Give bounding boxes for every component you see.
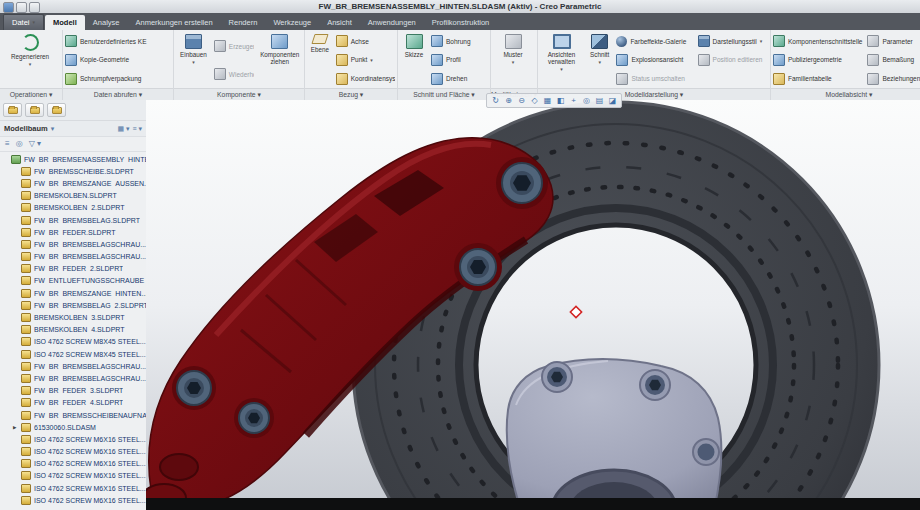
caliper-bolt[interactable] — [496, 157, 548, 209]
expand-arrow-icon[interactable]: ▶ — [13, 425, 18, 430]
group-label-operationen[interactable]: Operationen ▾ — [0, 88, 62, 100]
toggle-status-button[interactable]: Status umschalten — [616, 71, 694, 86]
brake-assembly-3d-model[interactable] — [146, 100, 920, 510]
tree-item[interactable]: ▶ FW_BR_BREMSBELAGSCHRAU... — [0, 251, 146, 263]
ribbon-tab[interactable]: Ansicht — [319, 15, 360, 30]
caliper-bolt[interactable] — [454, 243, 502, 291]
hub-bolt[interactable] — [542, 362, 572, 392]
graphics-toolbar-icon[interactable]: + — [568, 95, 579, 106]
graphics-toolbar-icon[interactable]: ↻ — [490, 95, 501, 106]
section-button[interactable]: Schnitt ▾ — [586, 32, 613, 88]
tree-item[interactable]: ▶ ISO 4762 SCREW M8X45 STEEL... — [0, 336, 146, 348]
relations-button[interactable]: Beziehungen — [867, 71, 920, 86]
display-style-button[interactable]: Darstellungsstil▾ — [698, 34, 768, 49]
group-label-komponente[interactable]: Komponente ▾ — [174, 88, 304, 100]
tree-settings-menu-icon[interactable]: ≡ ▾ — [132, 125, 142, 133]
tree-item[interactable]: ▶ FW_ENTLUEFTUNGSSCHRAUBE_... — [0, 275, 146, 287]
graphics-toolbar-icon[interactable]: ▦ — [542, 95, 553, 106]
datum-point-button[interactable]: Punkt▾ — [336, 52, 395, 67]
group-label-bezug[interactable]: Bezug ▾ — [305, 88, 397, 100]
caliper-bolt[interactable] — [172, 366, 216, 410]
revolve-button[interactable]: Drehen — [431, 71, 487, 86]
tree-item[interactable]: ▶ ISO 4762 SCREW M6X16 STEEL... — [0, 482, 146, 494]
tree-item[interactable]: ▶ BREMSKOLBEN_4.SLDPRT — [0, 324, 146, 336]
ribbon-tab[interactable]: Profilkonstruktion — [424, 15, 498, 30]
undo-icon[interactable] — [29, 2, 40, 13]
assemble-button[interactable]: Einbauen ▾ — [176, 32, 211, 88]
user-defined-feature-button[interactable]: Benutzerdefiniertes KE — [65, 34, 169, 49]
hub-bolt[interactable] — [693, 439, 719, 465]
graphics-toolbar-icon[interactable]: ◧ — [555, 95, 566, 106]
tree-search-icon[interactable]: ◎ — [16, 138, 23, 150]
tree-item[interactable]: ▶ BREMSKOLBEN_3.SLDPRT — [0, 311, 146, 323]
tree-column-icon[interactable]: ▾ — [51, 125, 55, 133]
ribbon-tab[interactable]: Modell — [45, 15, 85, 30]
graphics-area[interactable]: ↻ ⊕ ⊖ ◇ ▦ ◧ + ◎ ▤ ◪ — [146, 100, 920, 510]
tree-item[interactable]: ▶ FW_BR_BREMSBELAG_2.SLDPRT — [0, 299, 146, 311]
copy-geometry-button[interactable]: Kopie-Geometrie — [65, 52, 169, 67]
edit-position-button[interactable]: Position editieren — [698, 52, 768, 67]
ribbon-tab[interactable]: Analyse — [85, 15, 128, 30]
tree-show-menu-icon[interactable]: ▦ ▾ — [117, 125, 129, 133]
ribbon-tab[interactable]: Anmerkungen erstellen — [127, 15, 220, 30]
hole-button[interactable]: Bohrung — [431, 34, 487, 49]
tree-item[interactable]: ▶ BREMSKOLBEN.SLDPRT — [0, 190, 146, 202]
manage-views-button[interactable]: Ansichten verwalten ▾ — [540, 32, 583, 88]
tree-item[interactable]: ▶ FW_BR_FEDER_4.SLDPRT — [0, 397, 146, 409]
ribbon-tab[interactable]: Rendern — [221, 15, 266, 30]
tree-item[interactable]: ▶ ISO 4762 SCREW M6X16 STEEL... — [0, 470, 146, 482]
create-component-button[interactable]: Erzeugen — [214, 39, 255, 54]
tree-list-icon[interactable]: ≡ — [5, 138, 10, 150]
drag-components-button[interactable]: Komponenten ziehen — [257, 32, 302, 88]
dimensions-button[interactable]: Bemaßung — [867, 52, 920, 67]
tree-item[interactable]: ▶ FW_BR_BREMSSCHEIBENAUFNA... — [0, 409, 146, 421]
family-table-button[interactable]: Familientabelle — [773, 71, 864, 86]
model-tree-tab[interactable] — [3, 103, 22, 117]
group-label-daten-abrufen[interactable]: Daten abrufen ▾ — [63, 88, 173, 100]
tree-item[interactable]: ▶ ISO 4762 SCREW M6X16 STEEL... — [0, 458, 146, 470]
coordinate-system-button[interactable]: Koordinatensystem — [336, 71, 395, 86]
tree-item[interactable]: ▶ ISO 4762 SCREW M6X16 STEEL... — [0, 446, 146, 458]
tree-item[interactable]: ▶ FW_BR_BREMSBELAGSCHRAU... — [0, 238, 146, 250]
hub-adapter[interactable] — [507, 359, 722, 510]
hub-bolt[interactable] — [640, 370, 670, 400]
datum-axis-button[interactable]: Achse — [336, 34, 395, 49]
tree-item[interactable]: ▶ FW_BREMSSCHEIBE.SLDPRT — [0, 165, 146, 177]
regenerate-button[interactable]: Regenerieren ▾ — [2, 32, 58, 88]
pattern-button[interactable]: Muster ▾ — [493, 32, 533, 88]
exploded-view-button[interactable]: Explosionsansicht — [616, 52, 694, 67]
group-label-modellabsicht[interactable]: Modellabsicht ▾ — [771, 88, 920, 100]
folder-browser-tab[interactable] — [25, 103, 44, 117]
save-icon[interactable] — [16, 2, 27, 13]
tree-item[interactable]: ▶ FW_BR_FEDER_3.SLDPRT — [0, 385, 146, 397]
tree-item[interactable]: ▶ FW_BR_BREMSZANGE_HINTEN... — [0, 287, 146, 299]
publish-geometry-button[interactable]: Publiziergeometrie — [773, 52, 864, 67]
tree-item[interactable]: ▶ FW_BR_BREMSENASSEMBLY_HINTE — [0, 153, 146, 165]
tree-filter-icon[interactable]: ▽ ▾ — [29, 138, 41, 150]
graphics-toolbar-icon[interactable]: ⊕ — [503, 95, 514, 106]
graphics-toolbar-icon[interactable]: ▤ — [594, 95, 605, 106]
repeat-button[interactable]: Wiederholen — [214, 67, 255, 82]
tree-item[interactable]: ▶ BREMSKOLBEN_2.SLDPRT — [0, 202, 146, 214]
ribbon-tab[interactable]: Werkzeuge — [265, 15, 319, 30]
tree-item[interactable]: ▶ FW_BR_BREMSBELAGSCHRAU... — [0, 360, 146, 372]
caliper-bolt[interactable] — [234, 398, 274, 438]
file-menu-button[interactable]: Datei ▾ — [3, 14, 44, 30]
shrinkwrap-button[interactable]: Schrumpfverpackung — [65, 71, 169, 86]
tree-item[interactable]: ▶ ISO 4762 SCREW M6X16 STEEL... — [0, 494, 146, 506]
extrude-button[interactable]: Profil — [431, 52, 487, 67]
sketch-button[interactable]: Skizze — [400, 32, 428, 88]
graphics-toolbar-icon[interactable]: ◇ — [529, 95, 540, 106]
graphics-toolbar-icon[interactable]: ⊖ — [516, 95, 527, 106]
tree-item[interactable]: ▶ FW_BR_BREMSZANGE_AUSSEN... — [0, 177, 146, 189]
tree-item[interactable]: ▶ FW_BR_FEDER_2.SLDPRT — [0, 263, 146, 275]
parameters-button[interactable]: Parameter — [867, 34, 920, 49]
graphics-toolbar-icon[interactable]: ◪ — [607, 95, 618, 106]
component-interface-button[interactable]: Komponentenschnittstelle — [773, 34, 864, 49]
tree-item[interactable]: ▶ 61530060.SLDASM — [0, 421, 146, 433]
tree-item[interactable]: ▶ ISO 4762 SCREW M8X45 STEEL... — [0, 348, 146, 360]
tree-item[interactable]: ▶ FW_BR_FEDER.SLDPRT — [0, 226, 146, 238]
ribbon-tab[interactable]: Anwendungen — [360, 15, 424, 30]
favorites-tab[interactable] — [47, 103, 66, 117]
datum-plane-button[interactable]: Ebene — [307, 32, 333, 88]
